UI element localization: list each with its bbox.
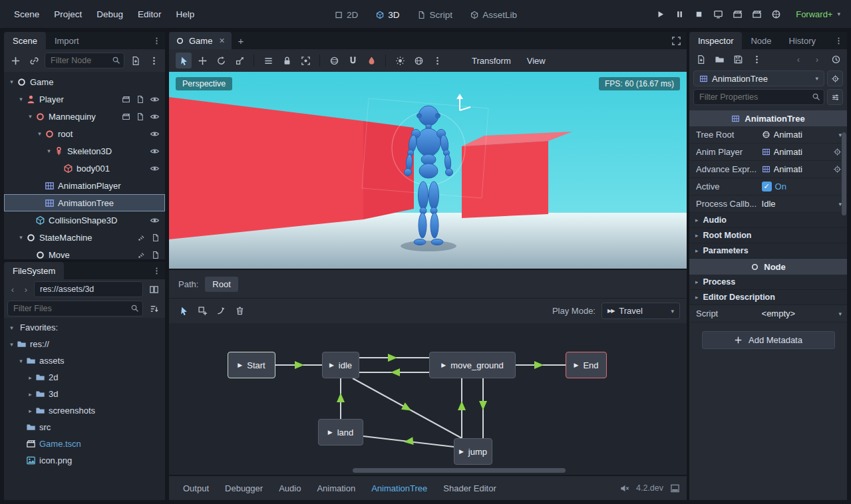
close-tab-icon[interactable]: ×	[219, 35, 224, 46]
collapse-arrow[interactable]: ▾	[25, 113, 35, 120]
property-row-process-callback[interactable]: Process Callb... Idle▾	[689, 195, 847, 213]
audio-mute-icon[interactable]	[619, 483, 629, 493]
history-forward-button[interactable]: ›	[21, 281, 31, 297]
edited-object-select[interactable]: AnimationTree ▾	[693, 70, 824, 86]
local-space-button[interactable]	[326, 53, 342, 68]
script-icon[interactable]	[151, 251, 160, 259]
collapse-arrow[interactable]: ▾	[16, 234, 26, 241]
sm-select-tool-button[interactable]	[176, 303, 192, 319]
edit-prev-object-button[interactable]: ‹	[790, 51, 806, 67]
rotate-tool-button[interactable]	[213, 53, 229, 68]
tree-row-skeleton3d[interactable]: ▾ Skeleton3D	[4, 142, 165, 160]
play-state-icon[interactable]: ▶	[328, 429, 333, 436]
inspector-scrollbar[interactable]	[842, 132, 846, 215]
scene-tab-game[interactable]: Game ×	[169, 32, 232, 49]
animationtree-section-header[interactable]: AnimationTree	[689, 110, 847, 126]
menu-project[interactable]: Project	[47, 0, 89, 28]
toggle-sun-button[interactable]	[392, 53, 408, 68]
collapse-arrow[interactable]: ▾	[35, 130, 45, 137]
state-machine-graph[interactable]: ▶Start ▶idle ▶move_ground ▶End ▶land ▶ju…	[169, 323, 687, 475]
bottom-tab-audio[interactable]: Audio	[271, 476, 308, 500]
bottom-tab-animationtree[interactable]: AnimationTree	[364, 476, 434, 500]
property-tools-button[interactable]	[827, 89, 843, 105]
open-scene-icon[interactable]	[122, 112, 130, 121]
scene-dock-menu-button[interactable]	[148, 32, 165, 49]
state-node-end[interactable]: ▶End	[566, 352, 607, 378]
sm-delete-button[interactable]	[232, 303, 248, 319]
state-node-start[interactable]: ▶Start	[228, 352, 275, 378]
collapse-arrow[interactable]: ▾	[7, 324, 17, 331]
new-scene-tab-button[interactable]: +	[232, 32, 251, 49]
remote-debug-button[interactable]	[709, 5, 727, 23]
tree-row-mannequiny[interactable]: ▾ Mannequiny	[4, 108, 165, 125]
state-node-idle[interactable]: ▶idle	[322, 352, 359, 378]
transform-menu[interactable]: Transform	[465, 56, 518, 66]
tree-row-animationtree[interactable]: AnimationTree	[4, 194, 165, 211]
signal-icon[interactable]	[137, 233, 146, 242]
edit-next-object-button[interactable]: ›	[809, 51, 825, 67]
bottom-tab-output[interactable]: Output	[176, 476, 216, 500]
play-button[interactable]	[651, 5, 669, 23]
sun-environment-menu-button[interactable]	[429, 53, 445, 68]
fs-row-screenshots[interactable]: ▸ screenshots	[4, 402, 165, 419]
workspace-2d[interactable]: 2D	[325, 0, 367, 29]
open-scene-icon[interactable]	[122, 95, 130, 104]
collapse-arrow[interactable]: ▸	[25, 391, 35, 398]
section-editor-description[interactable]: ▸Editor Description	[689, 290, 847, 305]
sm-create-node-button[interactable]	[194, 303, 210, 319]
tree-row-collisionshape3d[interactable]: CollisionShape3D	[4, 211, 165, 229]
menu-scene[interactable]: Scene	[7, 0, 47, 28]
fs-row-game-tscn[interactable]: Game.tscn	[4, 436, 165, 452]
fs-row-src[interactable]: src	[4, 419, 165, 436]
perspective-label[interactable]: Perspective	[176, 77, 232, 90]
attach-script-button[interactable]	[127, 53, 143, 68]
play-state-icon[interactable]: ▶	[459, 448, 464, 455]
state-node-land[interactable]: ▶land	[318, 419, 363, 445]
path-root-chip[interactable]: Root	[205, 277, 238, 292]
chevron-down-icon[interactable]: ▾	[838, 311, 842, 317]
list-select-button[interactable]	[260, 53, 276, 68]
group-node-button[interactable]	[297, 53, 313, 68]
collapse-arrow[interactable]: ▾	[7, 341, 17, 348]
collapse-arrow[interactable]: ▾	[44, 148, 54, 154]
override-camera-button[interactable]	[363, 53, 379, 68]
play-state-icon[interactable]: ▶	[329, 362, 334, 368]
filter-files-input[interactable]	[7, 301, 143, 316]
tab-history[interactable]: History	[780, 32, 824, 49]
expand-bottom-panel-icon[interactable]	[670, 483, 680, 493]
add-node-button[interactable]	[7, 53, 23, 68]
state-node-jump[interactable]: ▶jump	[454, 438, 492, 465]
property-row-script[interactable]: Script <empty>▾	[689, 305, 847, 322]
workspace-script[interactable]: Script	[409, 0, 462, 29]
add-metadata-button[interactable]: Add Metadata	[702, 331, 835, 349]
sm-connect-nodes-button[interactable]	[213, 303, 229, 319]
script-icon[interactable]	[136, 95, 144, 104]
section-audio[interactable]: ▸Audio	[689, 213, 847, 228]
section-root-motion[interactable]: ▸Root Motion	[689, 228, 847, 243]
bottom-tab-shader-editor[interactable]: Shader Editor	[436, 476, 504, 500]
view-menu[interactable]: View	[520, 56, 552, 66]
fs-row-assets[interactable]: ▾ assets	[4, 352, 165, 369]
tree-row-animationplayer[interactable]: AnimationPlayer	[4, 177, 165, 194]
pause-button[interactable]	[671, 5, 689, 23]
property-row-active[interactable]: Active ✓On	[689, 178, 847, 195]
bottom-tab-debugger[interactable]: Debugger	[218, 476, 270, 500]
tab-node[interactable]: Node	[742, 32, 780, 49]
scene-tree-menu-button[interactable]	[146, 53, 162, 68]
save-resource-button[interactable]	[730, 51, 746, 67]
scale-tool-button[interactable]	[232, 53, 248, 68]
workspace-3d[interactable]: 3D	[367, 0, 408, 29]
fs-row-icon-png[interactable]: icon.png	[4, 452, 165, 469]
filter-properties-input[interactable]	[693, 89, 824, 105]
visibility-icon[interactable]	[150, 146, 160, 156]
script-icon[interactable]	[151, 233, 160, 242]
file-sort-button[interactable]	[146, 301, 162, 316]
visibility-icon[interactable]	[150, 164, 160, 174]
tab-filesystem[interactable]: FileSystem	[4, 262, 64, 279]
play-state-icon[interactable]: ▶	[574, 362, 578, 368]
fs-row-favorites[interactable]: ▾ Favorites:	[4, 319, 165, 336]
tree-row-move[interactable]: Move	[4, 246, 165, 259]
move-tool-button[interactable]	[194, 53, 210, 68]
renderer-selector[interactable]: Forward+▾	[786, 9, 844, 19]
tree-row-game[interactable]: ▾ Game	[4, 73, 165, 90]
